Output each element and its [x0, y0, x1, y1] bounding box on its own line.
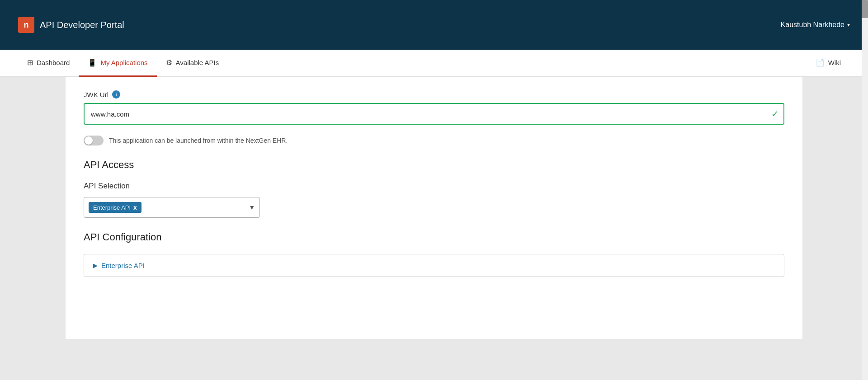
api-selection-section: API Selection Enterprise API x ▼: [84, 182, 784, 218]
brand-logo: n: [18, 17, 34, 33]
available-apis-icon: ⚙: [166, 58, 172, 67]
api-configuration-heading: API Configuration: [84, 231, 784, 243]
user-name: Kaustubh Narkhede: [781, 21, 844, 29]
jwk-url-section: JWK Url i ✓: [84, 90, 784, 125]
main-content: JWK Url i ✓ This application can be laun…: [0, 77, 868, 380]
nav-item-available-apis[interactable]: ⚙ Available APIs: [157, 50, 228, 77]
wiki-icon: 📄: [816, 58, 825, 67]
brand-title: API Developer Portal: [40, 20, 124, 30]
enterprise-api-label: Enterprise API: [101, 262, 145, 269]
api-configuration-section: API Configuration ▶ Enterprise API: [84, 231, 784, 277]
jwk-url-label-text: JWK Url: [84, 91, 108, 99]
toggle-section: This application can be launched from wi…: [84, 136, 784, 145]
jwk-url-label: JWK Url i: [84, 90, 784, 99]
toggle-label-text: This application can be launched from wi…: [109, 137, 288, 144]
enterprise-api-config-item[interactable]: ▶ Enterprise API: [93, 262, 775, 269]
dashboard-icon: ⊞: [27, 58, 33, 67]
toggle-track[interactable]: [84, 136, 104, 145]
nav-item-my-applications[interactable]: 📱 My Applications: [79, 50, 156, 77]
api-config-box: ▶ Enterprise API: [84, 254, 784, 277]
api-select-chevron-icon: ▼: [249, 204, 255, 211]
jwk-url-input[interactable]: [84, 103, 784, 125]
user-chevron-icon: ▾: [847, 22, 850, 28]
nav-label-available-apis: Available APIs: [176, 59, 219, 66]
nav-label-wiki: Wiki: [828, 59, 841, 66]
toggle-thumb: [85, 136, 93, 145]
nav-label-dashboard: Dashboard: [37, 59, 70, 66]
navbar: ⊞ Dashboard 📱 My Applications ⚙ Availabl…: [0, 50, 868, 77]
enterprise-api-arrow-icon: ▶: [93, 262, 98, 269]
info-icon[interactable]: i: [112, 90, 120, 99]
nav-item-dashboard[interactable]: ⊞ Dashboard: [18, 50, 79, 77]
api-tag: Enterprise API x: [89, 202, 142, 213]
ehr-launch-toggle[interactable]: [84, 136, 104, 145]
nav-items: ⊞ Dashboard 📱 My Applications ⚙ Availabl…: [18, 50, 850, 77]
api-access-heading: API Access: [84, 159, 784, 171]
scrollbar-track[interactable]: [862, 0, 868, 380]
jwk-url-input-wrapper: ✓: [84, 103, 784, 125]
nav-label-my-applications: My Applications: [100, 59, 147, 66]
nav-item-wiki[interactable]: 📄 Wiki: [807, 50, 850, 77]
my-applications-icon: 📱: [88, 58, 97, 67]
check-icon: ✓: [771, 108, 779, 119]
api-tag-remove-button[interactable]: x: [133, 204, 137, 211]
scrollbar-thumb[interactable]: [862, 0, 868, 18]
header: n API Developer Portal Kaustubh Narkhede…: [0, 0, 868, 50]
api-select-dropdown[interactable]: Enterprise API x ▼: [84, 197, 260, 218]
api-selection-heading: API Selection: [84, 182, 784, 191]
brand: n API Developer Portal: [18, 17, 124, 33]
user-menu[interactable]: Kaustubh Narkhede ▾: [781, 21, 850, 29]
api-tag-label: Enterprise API: [93, 204, 131, 211]
content-card: JWK Url i ✓ This application can be laun…: [66, 77, 802, 339]
